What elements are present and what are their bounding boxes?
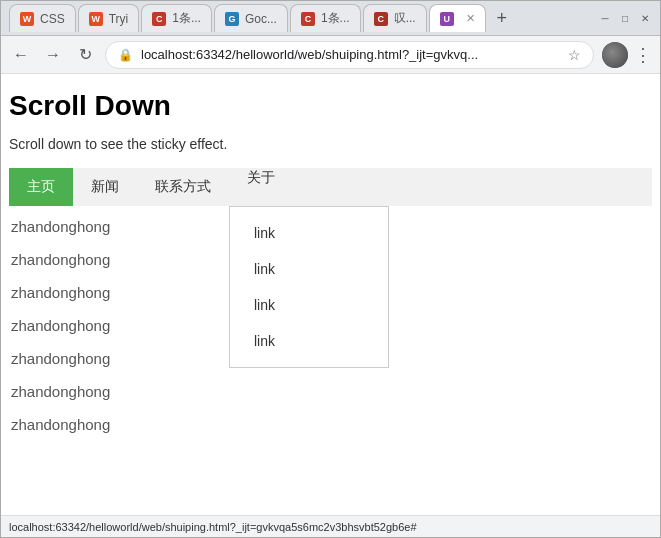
tab-label-4: Goc... [245,12,277,26]
address-bar: ← → ↻ 🔒 localhost:63342/helloworld/web/s… [1,36,660,74]
list-item: zhandonghong [9,408,652,441]
lock-icon: 🔒 [118,48,133,62]
status-bar: localhost:63342/helloworld/web/shuiping.… [1,515,660,537]
dropdown-menu: link link link link [229,206,389,368]
refresh-button[interactable]: ↻ [73,43,97,67]
tab-3[interactable]: C 1条... [141,4,212,32]
browser-window: W CSS W Tryi C 1条... G Goc... C 1条... [0,0,661,538]
nav-item-news[interactable]: 新闻 [73,168,137,206]
window-controls: ─ □ ✕ [598,11,652,25]
favicon-tab2: W [89,12,103,26]
dropdown-link-2[interactable]: link [230,251,388,287]
status-text: localhost:63342/helloworld/web/shuiping.… [9,521,417,533]
nav-item-home[interactable]: 主页 [9,168,73,206]
tab-5[interactable]: C 1条... [290,4,361,32]
menu-dots-icon[interactable]: ⋮ [634,44,652,66]
address-input[interactable]: 🔒 localhost:63342/helloworld/web/shuipin… [105,41,594,69]
maximize-button[interactable]: □ [618,11,632,25]
favicon-tab6: C [374,12,388,26]
tab-4[interactable]: G Goc... [214,4,288,32]
favicon-tab1: W [20,12,34,26]
list-item: zhandonghong [9,375,652,408]
nav-item-about[interactable]: 关于 [229,159,293,195]
close-button[interactable]: ✕ [638,11,652,25]
avatar-image [602,42,628,68]
dropdown-link-4[interactable]: link [230,323,388,359]
page-subtitle: Scroll down to see the sticky effect. [9,136,652,152]
close-icon-tab7[interactable]: ✕ [466,12,475,25]
dropdown-link-1[interactable]: link [230,215,388,251]
tab-6[interactable]: C 叹... [363,4,427,32]
nav-item-contact[interactable]: 联系方式 [137,168,229,206]
star-icon[interactable]: ☆ [568,47,581,63]
page-title: Scroll Down [9,90,652,122]
tab-label-5: 1条... [321,10,350,27]
favicon-tab3: C [152,12,166,26]
back-button[interactable]: ← [9,43,33,67]
tab-label-css: CSS [40,12,65,26]
tab-label-3: 1条... [172,10,201,27]
address-actions: ⋮ [602,42,652,68]
nav-item-about-container: 关于 link link link link [229,168,293,206]
title-bar: W CSS W Tryi C 1条... G Goc... C 1条... [1,1,660,36]
avatar[interactable] [602,42,628,68]
forward-button[interactable]: → [41,43,65,67]
address-text: localhost:63342/helloworld/web/shuiping.… [141,47,560,62]
sticky-nav: 主页 新闻 联系方式 关于 link link link link [9,168,652,206]
dropdown-link-3[interactable]: link [230,287,388,323]
favicon-tab4: G [225,12,239,26]
minimize-button[interactable]: ─ [598,11,612,25]
tab-bar: W CSS W Tryi C 1条... G Goc... C 1条... [9,4,586,32]
new-tab-button[interactable]: + [488,4,516,32]
page-content[interactable]: Scroll Down Scroll down to see the stick… [1,74,660,515]
tab-css[interactable]: W CSS [9,4,76,32]
tab-active[interactable]: U ✕ [429,4,486,32]
tab-label-6: 叹... [394,10,416,27]
favicon-tab7: U [440,12,454,26]
tab-tryi[interactable]: W Tryi [78,4,140,32]
tab-label-tryi: Tryi [109,12,129,26]
page-inner: Scroll Down Scroll down to see the stick… [1,74,660,461]
favicon-tab5: C [301,12,315,26]
